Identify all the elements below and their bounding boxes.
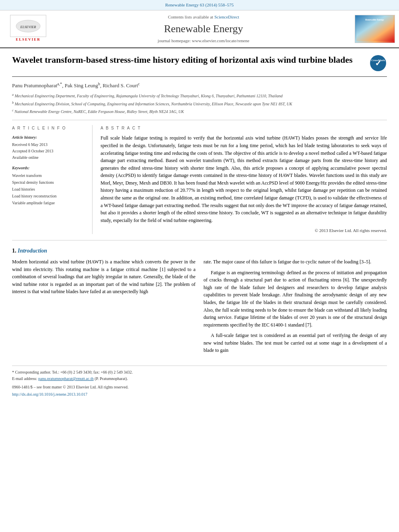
author1-name: Panu Pratumnopharat — [12, 82, 57, 88]
author-email-link[interactable]: panu.pratumnopharat@rmutt.ac.th — [38, 376, 94, 381]
doi-line: http://dx.doi.org/10.1016/j.renene.2013.… — [12, 390, 387, 398]
authors-line: Panu Pratumnopharata,*, Pak Sing Leungb,… — [12, 81, 387, 90]
journal-center-info: Contents lists available at ScienceDirec… — [52, 14, 355, 44]
doi-link[interactable]: http://dx.doi.org/10.1016/j.renene.2013.… — [12, 392, 87, 396]
info-abstract-section: A R T I C L E I N F O Article history: R… — [12, 125, 387, 234]
sciencedirect-link[interactable]: ScienceDirect — [214, 14, 239, 19]
crossmark-badge-container: ✓ CrossMark — [369, 54, 387, 72]
intro-body: Modern horizontal axis wind turbine (HAW… — [12, 258, 387, 357]
journal-title: Renewable Energy — [52, 21, 355, 37]
elsevier-logo-box: ELSEVIER — [10, 15, 46, 37]
abstract-text: Full scale blade fatigue testing is requ… — [101, 134, 387, 224]
crossmark-icon: ✓ CrossMark — [370, 55, 386, 71]
article-title-section: Wavelet transform-based stress-time hist… — [12, 54, 387, 77]
author2-name: Pak Sing Leung — [65, 82, 98, 88]
svg-text:CrossMark: CrossMark — [371, 59, 385, 62]
journal-citation: Renewable Energy 63 (2014) 558–575 — [165, 2, 234, 7]
intro-title: 1. Introduction — [12, 246, 387, 255]
intro-right-col: rate. The major cause of this failure is… — [204, 258, 387, 357]
article-info-col: A R T I C L E I N F O Article history: R… — [12, 125, 93, 234]
svg-text:ELSEVIER: ELSEVIER — [20, 25, 36, 29]
article-title: Wavelet transform-based stress-time hist… — [12, 54, 363, 66]
elsevier-label: ELSEVIER — [16, 37, 41, 43]
author3-sup: c — [138, 82, 140, 86]
keyword-1: Wavelet transform — [12, 172, 86, 179]
section-name: Introduction — [18, 248, 47, 254]
keyword-5: Variable amplitude fatigue — [12, 199, 86, 206]
abstract-header: A B S T R A C T — [101, 125, 387, 131]
affiliations: a Mechanical Engineering Department, Fac… — [12, 92, 387, 120]
history-label: Article history: — [12, 134, 86, 140]
svg-text:Renewable Energy: Renewable Energy — [365, 18, 384, 21]
publisher-logo: ELSEVIER ELSEVIER — [4, 15, 52, 43]
keyword-2: Spectral density functions — [12, 179, 86, 186]
content-divider — [12, 240, 387, 240]
affil-b: b Mechanical Engineering Division, Schoo… — [12, 101, 387, 107]
issn-line: 0960-1481/$ – see front matter © 2013 El… — [12, 384, 387, 390]
author2-sup: b — [98, 82, 100, 86]
journal-homepage: journal homepage: www.elsevier.com/locat… — [52, 37, 355, 44]
section-number: 1. — [12, 248, 16, 254]
article-info-header: A R T I C L E I N F O — [12, 125, 86, 131]
available-online: Available online — [12, 154, 86, 161]
author1-sup: a,* — [57, 82, 62, 86]
contents-line: Contents lists available at ScienceDirec… — [52, 14, 355, 21]
author3-name: Richard S. Court — [103, 82, 138, 88]
accepted-date: Accepted 8 October 2013 — [12, 148, 86, 154]
intro-right-para-3: A full-scale fatigue test is considered … — [204, 332, 387, 354]
keyword-3: Load histories — [12, 186, 86, 193]
intro-right-para-1: rate. The major cause of this failure is… — [204, 258, 387, 266]
corresponding-author-note: * Corresponding author. Tel.: +66 (0) 2 … — [12, 369, 387, 376]
abstract-col: A B S T R A C T Full scale blade fatigue… — [101, 125, 387, 234]
keywords-label: Keywords: — [12, 165, 86, 171]
intro-right-para-2: Fatigue is an engineering terminology de… — [204, 269, 387, 329]
keyword-4: Load history reconstruction — [12, 193, 86, 199]
email-note: E-mail address: panu.pratumnopharat@rmut… — [12, 376, 387, 382]
intro-para-1: Modern horizontal axis wind turbine (HAW… — [12, 258, 195, 296]
copyright-line: © 2013 Elsevier Ltd. All rights reserved… — [101, 227, 387, 234]
journal-citation-bar: Renewable Energy 63 (2014) 558–575 — [0, 0, 399, 10]
affil-c: c National Renewable Energy Centre, NaRE… — [12, 108, 387, 115]
page-footer: * Corresponding author. Tel.: +66 (0) 2 … — [12, 366, 387, 398]
intro-left-col: Modern horizontal axis wind turbine (HAW… — [12, 258, 195, 357]
affil-a: a Mechanical Engineering Department, Fac… — [12, 92, 387, 99]
received-date: Received 6 May 2013 — [12, 142, 86, 148]
journal-header: ELSEVIER ELSEVIER Contents lists availab… — [0, 10, 399, 48]
main-content: Wavelet transform-based stress-time hist… — [0, 48, 399, 404]
journal-cover-thumbnail: Renewable Energy — [355, 15, 395, 43]
introduction-section: 1. Introduction Modern horizontal axis w… — [12, 246, 387, 357]
